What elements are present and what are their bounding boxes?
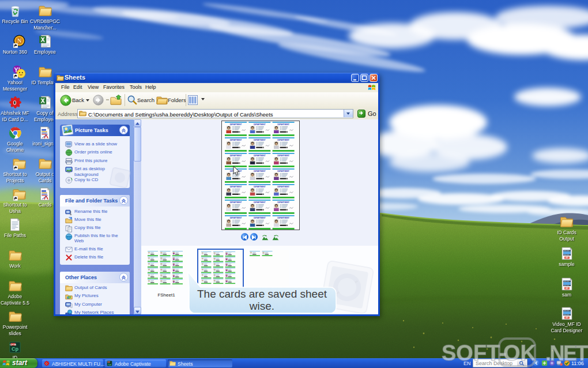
svg-text:DEPARTMENT: DEPARTMENT [277,170,289,172]
svg-text:SOFT-: SOFT- [442,341,506,365]
svg-text:DEPARTMENT: DEPARTMENT [254,217,266,219]
svg-text:DEPARTMENT: DEPARTMENT [254,139,266,141]
svg-text:DEPARTMENT: DEPARTMENT [230,217,242,219]
svg-text:DEPARTMENT: DEPARTMENT [254,201,266,204]
svg-text:DEPARTMENT: DEPARTMENT [230,139,242,141]
svg-text:OK: OK [503,341,537,365]
svg-text:DEPARTMENT: DEPARTMENT [230,123,242,126]
svg-text:DEPARTMENT: DEPARTMENT [254,123,266,126]
svg-text:DEPARTMENT: DEPARTMENT [277,201,289,204]
svg-text:DEPARTMENT: DEPARTMENT [277,217,289,219]
svg-text:DEPARTMENT: DEPARTMENT [277,155,289,157]
svg-text:.NET: .NET [545,341,588,365]
svg-text:DEPARTMENT: DEPARTMENT [277,139,289,141]
svg-text:DEPARTMENT: DEPARTMENT [230,201,242,204]
svg-text:DEPARTMENT: DEPARTMENT [254,170,266,172]
svg-text:DEPARTMENT: DEPARTMENT [254,155,266,157]
svg-text:DEPARTMENT: DEPARTMENT [230,186,242,188]
svg-text:DEPARTMENT: DEPARTMENT [277,123,289,126]
svg-text:DEPARTMENT: DEPARTMENT [254,186,266,188]
svg-text:DEPARTMENT: DEPARTMENT [277,186,289,188]
svg-text:DEPARTMENT: DEPARTMENT [230,155,242,157]
